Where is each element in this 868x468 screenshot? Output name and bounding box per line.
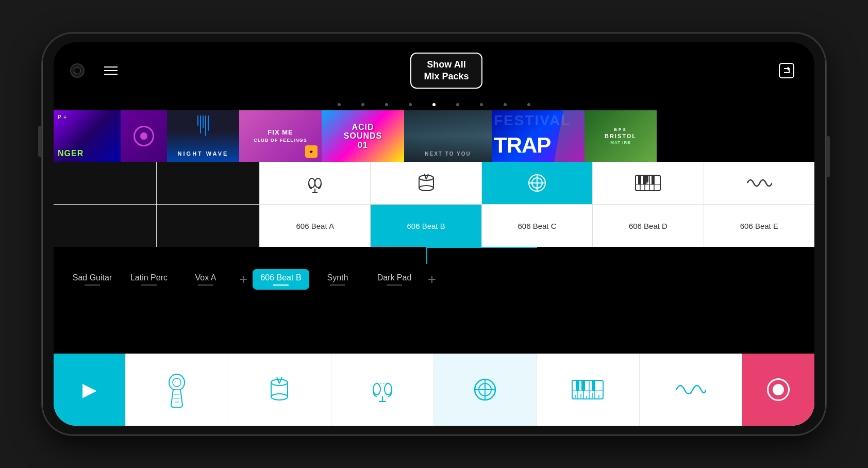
svg-line-11: [426, 174, 428, 179]
page-dots: [54, 99, 814, 110]
label-empty-2[interactable]: [157, 205, 260, 247]
show-all-mix-packs-button[interactable]: Show All Mix Packs: [410, 53, 482, 89]
svg-point-9: [419, 186, 433, 191]
svg-line-37: [279, 377, 282, 383]
cover-nger[interactable]: NGER P +: [54, 110, 121, 162]
dot-1: [338, 103, 341, 106]
bottom-disc-selected[interactable]: [434, 354, 537, 426]
rotate-icon[interactable]: [775, 59, 798, 82]
phone-device: Show All Mix Packs: [42, 33, 826, 435]
dot-5-active: [432, 103, 436, 106]
add-track-button-2[interactable]: +: [423, 270, 441, 289]
svg-point-1: [309, 178, 315, 188]
svg-point-39: [385, 383, 392, 395]
svg-line-10: [424, 174, 426, 179]
covers-strip: NGER P + NIGHT WAVE: [54, 110, 814, 162]
svg-rect-22: [643, 175, 646, 185]
svg-rect-26: [646, 175, 648, 182]
svg-rect-23: [652, 175, 655, 185]
label-606-beat-a[interactable]: 606 Beat A: [260, 205, 371, 247]
dot-8: [504, 103, 507, 106]
track-dark-pad[interactable]: Dark Pad: [366, 273, 423, 286]
bottom-mic[interactable]: [331, 354, 434, 426]
keys-bottom-icon: [571, 379, 604, 400]
dot-9: [527, 103, 530, 106]
drum-icon: [416, 172, 437, 194]
track-line: [198, 285, 213, 286]
label-606-beat-e[interactable]: 606 Beat E: [704, 205, 814, 247]
track-line: [141, 285, 157, 286]
phone-screen: Show All Mix Packs: [54, 42, 814, 426]
track-line: [330, 285, 345, 286]
cell-disc-active[interactable]: [482, 162, 593, 204]
synth-wave-icon: [746, 174, 772, 192]
svg-rect-0: [779, 63, 794, 78]
instrument-grid: 606 Beat A 606 Beat B 606 Beat C 606 Bea…: [54, 162, 814, 247]
bottom-drum[interactable]: [228, 354, 331, 426]
svg-point-2: [315, 178, 321, 188]
label-606-beat-b[interactable]: 606 Beat B: [371, 205, 481, 247]
keyboard-icon: [635, 174, 661, 192]
svg-rect-21: [638, 175, 641, 185]
cell-synth[interactable]: [704, 162, 814, 204]
menu-button[interactable]: [104, 66, 118, 75]
cell-empty-2[interactable]: [157, 162, 260, 204]
cover-purple[interactable]: [121, 110, 167, 162]
bottom-guitar[interactable]: [126, 354, 228, 426]
bottom-keys[interactable]: [537, 354, 639, 426]
cover-bristol[interactable]: BPS BRISTOL MAT IRE: [585, 110, 657, 162]
cover-next-to-you[interactable]: NEXT TO YOU: [404, 110, 492, 162]
dot-3: [385, 103, 388, 106]
bottom-synth[interactable]: [640, 354, 742, 426]
svg-rect-54: [592, 380, 595, 391]
track-606-beat-b[interactable]: 606 Beat B: [253, 269, 309, 290]
track-vox-a[interactable]: Vox A: [177, 273, 234, 286]
add-track-button-1[interactable]: +: [234, 270, 253, 289]
play-icon: ▶: [82, 379, 97, 400]
dot-6: [456, 103, 459, 106]
dot-4: [409, 103, 412, 106]
drum-bottom-icon: [268, 374, 291, 405]
label-empty-1[interactable]: [54, 205, 157, 247]
icon-row: [54, 162, 814, 205]
cell-empty-1[interactable]: [54, 162, 157, 204]
track-sad-guitar[interactable]: Sad Guitar: [64, 273, 121, 286]
guitar-icon: [163, 369, 191, 410]
label-row: 606 Beat A 606 Beat B 606 Beat C 606 Bea…: [54, 205, 814, 247]
cell-drum[interactable]: [371, 162, 481, 204]
track-line: [85, 285, 100, 286]
cover-fix-me[interactable]: FIX MECLUB OF FEELINGS ★: [239, 110, 322, 162]
bottom-instrument-row: ▶: [54, 354, 814, 426]
cover-acid-sounds[interactable]: ACIDSOUNDS01: [322, 110, 404, 162]
record-button[interactable]: [742, 354, 814, 426]
svg-rect-53: [581, 380, 585, 391]
track-line: [387, 285, 402, 286]
label-606-beat-c[interactable]: 606 Beat C: [482, 205, 593, 247]
dot-2: [361, 103, 364, 106]
mic-icon: [304, 172, 326, 194]
record-inner: [773, 384, 784, 395]
track-synth[interactable]: Synth: [309, 273, 366, 286]
svg-point-6: [419, 175, 433, 180]
play-button[interactable]: ▶: [54, 354, 126, 426]
cell-mic[interactable]: [260, 162, 371, 204]
svg-point-38: [373, 383, 380, 395]
cover-festival-trap[interactable]: FESTIVAL TRAP: [492, 110, 585, 162]
record-circle: [767, 378, 790, 401]
svg-point-27: [173, 378, 181, 387]
svg-line-36: [277, 377, 279, 383]
disc-bottom-icon: [471, 376, 499, 404]
mic-bottom-icon: [368, 376, 397, 404]
track-latin-perc[interactable]: Latin Perc: [121, 273, 177, 286]
dot-7: [480, 103, 483, 106]
svg-rect-52: [576, 380, 579, 391]
camera: [70, 63, 85, 78]
label-606-beat-d[interactable]: 606 Beat D: [593, 205, 704, 247]
cell-keys[interactable]: [593, 162, 704, 204]
cover-night-wave[interactable]: NIGHT WAVE: [167, 110, 239, 162]
synth-bottom-icon: [675, 379, 706, 400]
track-line-active: [273, 285, 289, 286]
top-bar: Show All Mix Packs: [54, 42, 814, 99]
track-mixer: Sad Guitar Latin Perc Vox A + 606 Beat B…: [54, 264, 814, 295]
svg-point-35: [271, 394, 288, 400]
